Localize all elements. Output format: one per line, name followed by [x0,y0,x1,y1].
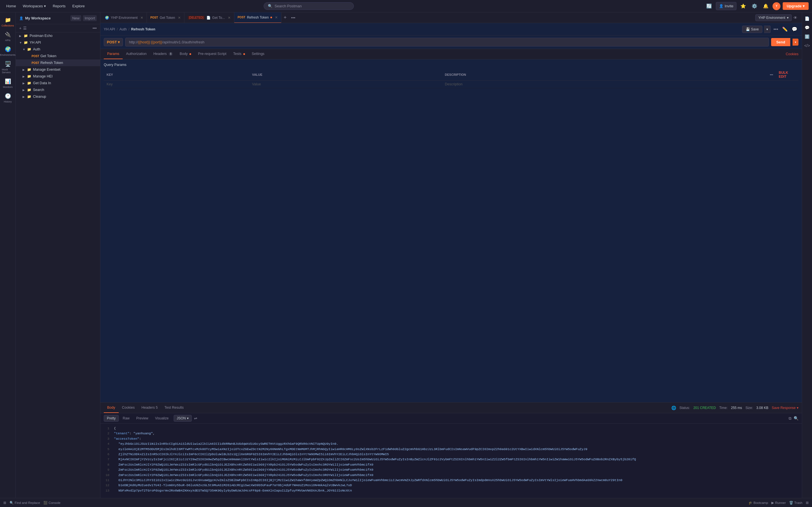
sidebar-icon-environments[interactable]: 🌍 Environments [1,44,15,59]
tab-headers[interactable]: Headers 8 [150,49,176,59]
new-button[interactable]: New [70,15,81,21]
search-bar[interactable]: 🔍 Search Postman [264,2,354,10]
format-visualize[interactable]: Visualize [152,415,171,421]
code-icon[interactable]: </> [803,42,811,50]
nav-explore[interactable]: Explore [70,2,88,10]
more-tabs-button[interactable]: ••• [289,15,298,20]
method-select[interactable]: POST ▾ [104,38,123,46]
sidebar-icon-history[interactable]: 🕐 History [1,91,15,105]
invite-icon: 👤 [719,4,723,8]
sidebar-icon-apis[interactable]: 🔌 APIs [1,29,15,44]
tree-item-cleanup[interactable]: ▶ 📁 Cleanup [16,93,100,100]
format-raw[interactable]: Raw [120,415,132,421]
copy-button[interactable]: ⧉ [789,416,792,421]
tab-settings[interactable]: Settings [248,49,268,59]
tree-container: ▶ 📁 Postman Echo ▼ 📁 YH API ▼ 📁 Auth POS… [16,33,100,498]
tree-item-search[interactable]: ▶ 📁 Search [16,87,100,93]
info-icon[interactable]: ℹ️ [803,33,811,41]
sync-icon[interactable]: 🔄 [705,2,714,11]
avatar[interactable]: Y [772,2,780,10]
filter-button[interactable]: ⇌ [194,416,197,420]
document-icon[interactable]: 📄 [803,15,811,22]
tree-item-refresh-token[interactable]: POSTRefresh Token [16,59,100,66]
icon-sidebar: 📁 Collections 🔌 APIs 🌍 Environments 🖥️ M… [0,12,16,498]
filter-icon[interactable]: ☰ [23,26,27,31]
save-button[interactable]: 💾 Save [742,25,762,33]
console-button[interactable]: ⬛ Console [43,501,60,505]
format-pretty[interactable]: Pretty [104,415,119,421]
tree-item-manage-eventset[interactable]: ▶ 📁 Manage Eventset [16,66,100,73]
save-dropdown-button[interactable]: ▾ [764,25,770,33]
import-button[interactable]: Import [83,15,97,21]
tab-tests[interactable]: Tests [230,49,248,59]
tab-refresh-token[interactable]: POST Refresh Token ✕ [234,12,282,23]
send-button[interactable]: Send [771,38,790,46]
resp-tab-body[interactable]: Body [104,403,119,413]
nav-reports[interactable]: Reports [50,2,68,10]
sidebar-icon-collections[interactable]: 📁 Collections [1,15,15,29]
tree-item-get-token[interactable]: POSTGet Token [16,53,100,59]
layout-toggle-button[interactable]: ⊞ [806,501,809,505]
param-value-input[interactable]: Value [249,80,442,88]
resp-tab-cookies[interactable]: Cookies [119,403,138,413]
bell-icon[interactable]: 🔔 [761,2,770,11]
edit-icon[interactable]: ✏️ [781,25,789,33]
settings-icon[interactable]: ⚙️ [750,2,759,11]
invite-button[interactable]: 👤 Invite [716,2,737,10]
tab-authorization[interactable]: Authorization [123,49,150,59]
close-icon[interactable]: ✕ [178,16,181,20]
nav-home[interactable]: Home [3,2,19,10]
upgrade-button[interactable]: Upgrade ▾ [783,2,809,10]
th-more[interactable]: ••• [767,69,776,80]
tree-item-postman-echo[interactable]: ▶ 📁 Postman Echo [16,33,100,39]
json-format-select[interactable]: JSON ▾ [174,415,192,421]
cookies-link[interactable]: Cookies [786,52,799,56]
tab-pre-request-script[interactable]: Pre-request Script [195,49,230,59]
more-options-button[interactable]: ••• [772,25,779,33]
comment-icon[interactable]: 💬 [791,25,799,33]
tab-deleted[interactable]: [DELETED] 📄 Get To... ✕ [185,12,234,23]
send-dropdown-button[interactable]: ▾ [793,39,799,46]
sidebar-icon-monitors[interactable]: 📊 Monitors [1,76,15,91]
size-label: Size: [746,406,753,410]
close-icon[interactable]: ✕ [228,16,231,20]
comment-icon[interactable]: 💬 [803,24,811,32]
tree-item-yh-api[interactable]: ▼ 📁 YH API [16,39,100,46]
tree-item-auth[interactable]: ▼ 📁 Auth [16,46,100,53]
tree-item-manage-hei[interactable]: ▶ 📁 Manage HEI [16,73,100,80]
close-icon[interactable]: ✕ [275,15,278,19]
add-tab-button[interactable]: + [282,15,289,20]
star-icon[interactable]: ⭐ [739,2,748,11]
chevron-down-icon: ▾ [787,16,789,20]
resp-tab-test-results[interactable]: Test Results [161,403,187,413]
tab-params[interactable]: Params [104,49,123,59]
environment-dropdown[interactable]: YHP Environment ▾ [755,14,792,21]
sidebar-icon-mock-servers[interactable]: 🖥️ Mock Servers [1,59,15,76]
more-options-icon[interactable]: ••• [93,26,97,31]
eye-button[interactable]: 👁 [794,15,797,20]
close-icon[interactable]: ✕ [140,16,143,20]
trash-button[interactable]: 🗑️ Trash [789,501,802,505]
code-line-10: 10 ZmFsc2UsImRlcHJlY2F0ZWQiOiJmYWxzZSIsI… [104,473,799,478]
find-replace-button[interactable]: 🔍 Find and Replace [10,501,40,505]
layout-icon[interactable]: ⊞ [3,501,6,505]
tab-yhp-environment[interactable]: 🌍 YHP Environment ✕ [101,12,147,23]
search-button[interactable]: 🔍 [794,416,799,420]
format-preview[interactable]: Preview [133,415,151,421]
url-input[interactable]: http://{{host}}:{{port}}/api/inuit/v1.0/… [125,38,769,47]
resp-tab-headers[interactable]: Headers 5 [138,403,161,413]
tab-get-token[interactable]: POST Get Token ✕ [147,12,185,23]
tree-item-get-data-in[interactable]: ▶ 📁 Get Data In [16,80,100,87]
runner-button[interactable]: ▶ Runner [771,501,786,505]
param-key-input[interactable]: Key [104,80,249,88]
th-bulk-edit[interactable]: Bulk Edit [776,69,799,80]
save-response-button[interactable]: Save Response ▾ [772,406,799,410]
globe-icon[interactable]: 🌐 [671,406,676,410]
nav-workspaces[interactable]: Workspaces ▾ [20,2,49,10]
bootcamp-button[interactable]: 🎓 Bootcamp [749,501,768,505]
save-icon: 💾 [746,27,750,31]
tree-label: POSTGet Token [32,54,56,58]
tab-body[interactable]: Body [176,49,195,59]
param-description-input[interactable]: Description [442,80,767,88]
add-collection-icon[interactable]: + [19,26,21,31]
